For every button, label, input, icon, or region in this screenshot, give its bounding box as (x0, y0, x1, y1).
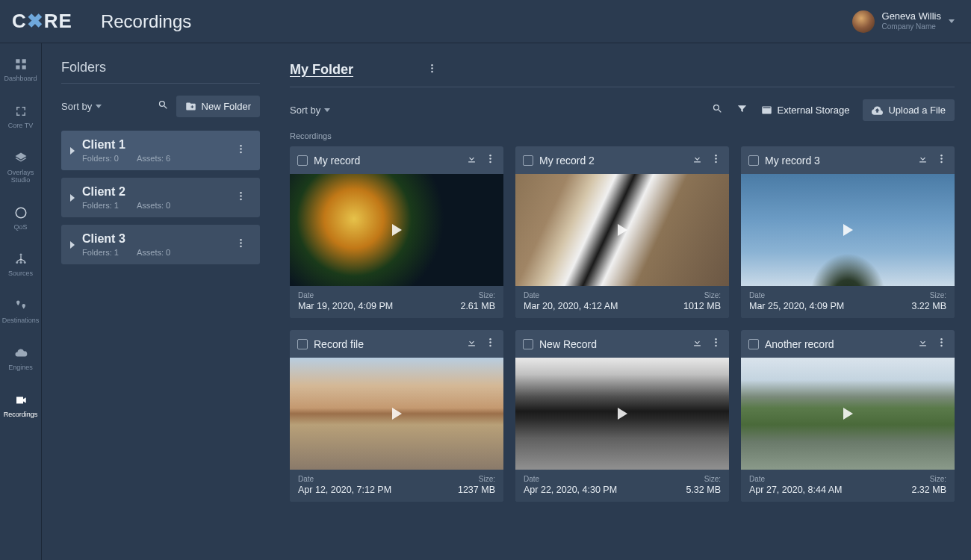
record-size: 3.22 MB (911, 301, 946, 311)
logo[interactable]: C✖RE (12, 10, 72, 33)
record-date: Apr 27, 2020, 8:44 AM (749, 485, 842, 495)
folder-folders-count: Folders: 0 (82, 154, 119, 163)
record-card: My record 2 Date Mar 20, 2020, 4:12 AM S… (515, 146, 729, 318)
folder-more-button[interactable] (229, 234, 252, 255)
svg-point-14 (240, 199, 242, 201)
record-thumbnail[interactable] (741, 358, 955, 470)
record-more-button[interactable] (485, 153, 496, 167)
record-checkbox[interactable] (523, 155, 533, 166)
svg-point-36 (940, 338, 943, 340)
nav-item-recordings[interactable]: Recordings (0, 390, 41, 422)
svg-point-29 (940, 161, 943, 164)
svg-point-15 (240, 239, 242, 241)
folders-heading: Folders (61, 60, 260, 84)
record-thumbnail[interactable] (515, 358, 729, 470)
folder-name: Client 3 (82, 232, 170, 246)
records-sort-by[interactable]: Sort by (290, 105, 330, 116)
svg-rect-1 (22, 59, 25, 63)
record-thumbnail[interactable] (290, 358, 503, 470)
record-download-button[interactable] (466, 337, 477, 351)
folder-title-more-button[interactable] (421, 60, 444, 80)
folder-card[interactable]: Client 2 Folders: 1 Assets: 0 (61, 178, 260, 217)
record-more-button[interactable] (936, 337, 947, 351)
svg-point-37 (940, 341, 943, 343)
dots-vertical-icon (426, 63, 438, 74)
upload-file-button[interactable]: Upload a File (863, 99, 955, 121)
record-download-button[interactable] (692, 337, 703, 351)
folders-sort-by[interactable]: Sort by (61, 101, 102, 112)
play-icon (843, 408, 853, 420)
folder-folders-count: Folders: 1 (82, 201, 119, 210)
record-more-button[interactable] (485, 337, 496, 351)
folder-folders-count: Folders: 1 (82, 248, 119, 257)
folder-more-button[interactable] (229, 187, 252, 208)
svg-point-12 (240, 192, 242, 194)
svg-rect-0 (16, 59, 19, 63)
nav-item-qos[interactable]: QoS (0, 202, 41, 234)
date-label: Date (749, 291, 844, 299)
record-thumbnail[interactable] (290, 174, 503, 286)
nav-item-dashboard[interactable]: Dashboard (0, 54, 41, 86)
record-title: New Record (539, 338, 686, 350)
nav-item-destinations[interactable]: Destinations (0, 296, 41, 328)
folder-card[interactable]: Client 1 Folders: 0 Assets: 6 (61, 131, 260, 170)
record-checkbox[interactable] (748, 155, 759, 166)
user-menu[interactable]: Geneva Willis Company Name (852, 10, 955, 33)
record-download-button[interactable] (692, 153, 703, 167)
logo-text-b: RE (44, 10, 72, 32)
nav-item-engines[interactable]: Engines (0, 343, 41, 375)
external-storage-button[interactable]: External Storage (761, 105, 850, 116)
nav-item-sources[interactable]: Sources (0, 249, 41, 281)
record-download-button[interactable] (917, 337, 928, 351)
svg-point-11 (240, 152, 242, 154)
dots-vertical-icon (235, 143, 246, 155)
sort-label: Sort by (290, 105, 320, 116)
record-download-button[interactable] (466, 153, 477, 167)
nav-label: Destinations (2, 317, 40, 325)
record-checkbox[interactable] (748, 339, 759, 349)
upload-label: Upload a File (888, 105, 946, 116)
folder-card[interactable]: Client 3 Folders: 1 Assets: 0 (61, 225, 260, 264)
nav-label: Recordings (4, 411, 38, 419)
pins-icon (13, 299, 28, 314)
dots-vertical-icon (235, 237, 246, 249)
nav-item-core-tv[interactable]: Core TV (0, 101, 41, 133)
folder-more-button[interactable] (229, 140, 252, 161)
record-more-button[interactable] (710, 337, 722, 351)
svg-point-20 (431, 71, 433, 73)
record-more-button[interactable] (710, 153, 722, 167)
record-date: Apr 12, 2020, 7:12 PM (298, 485, 391, 495)
record-checkbox[interactable] (297, 155, 308, 166)
logo-text-a: C (12, 10, 27, 32)
sort-label: Sort by (61, 101, 92, 112)
download-icon (692, 153, 703, 164)
record-thumbnail[interactable] (515, 174, 729, 286)
records-grid: My record Date Mar 19, 2020, 4:09 PM Siz… (290, 146, 955, 502)
folder-assets-count: Assets: 0 (137, 248, 170, 257)
grid-icon (13, 57, 28, 72)
folder-name: Client 1 (82, 138, 170, 152)
record-size: 2.32 MB (911, 485, 946, 495)
svg-point-25 (715, 158, 717, 160)
records-search-button[interactable] (712, 103, 723, 117)
svg-point-38 (940, 345, 943, 347)
record-more-button[interactable] (936, 153, 947, 167)
svg-point-13 (240, 195, 242, 197)
search-icon (712, 103, 723, 114)
download-icon (917, 337, 928, 348)
date-label: Date (524, 475, 617, 483)
folders-search-button[interactable] (158, 99, 169, 113)
record-checkbox[interactable] (523, 339, 533, 349)
svg-point-7 (19, 261, 22, 264)
date-label: Date (749, 475, 842, 483)
filter-button[interactable] (736, 103, 748, 117)
user-company: Company Name (882, 22, 941, 31)
record-date: Apr 22, 2020, 4:30 PM (524, 485, 617, 495)
record-title: Record file (314, 338, 460, 350)
record-checkbox[interactable] (297, 339, 308, 349)
record-download-button[interactable] (917, 153, 928, 167)
nav-item-overlays-studio[interactable]: Overlays Studio (0, 148, 41, 187)
new-folder-button[interactable]: New Folder (176, 96, 260, 117)
record-thumbnail[interactable] (741, 174, 955, 286)
nav-label: Core TV (8, 122, 33, 130)
